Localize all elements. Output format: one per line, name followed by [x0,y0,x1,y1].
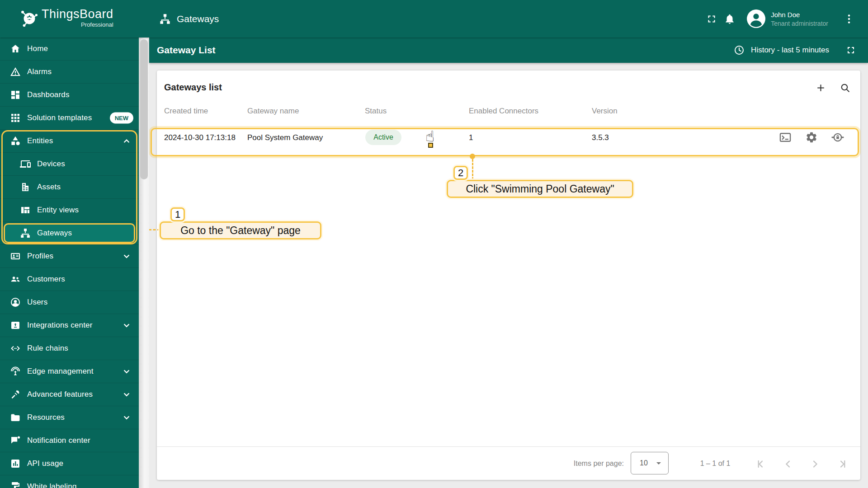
sidebar-item-rule-chains[interactable]: Rule chains [0,337,139,360]
sidebar-item-gateways[interactable]: Gateways [0,222,139,245]
resources-icon [10,412,21,423]
thingsboard-logo-icon [19,7,40,30]
sidebar-item-label: Devices [37,160,65,169]
sidebar-item-notification-center[interactable]: Notification center [0,429,139,452]
more-menu-button[interactable] [840,10,858,28]
dashboard-fullscreen-button[interactable] [845,45,856,56]
sidebar-item-resources[interactable]: Resources [0,406,139,429]
first-page-icon [755,458,767,470]
sidebar-item-api-usage[interactable]: API usage [0,452,139,475]
avatar-person-icon [747,9,765,28]
chevron-down-icon [121,366,132,377]
items-per-page-label: Items per page: [555,460,624,468]
step1-number-badge: 1 [170,207,185,221]
history-clock-icon [734,45,745,56]
devices-icon [20,159,31,169]
dashboards-icon [10,89,21,100]
sidebar-item-integrations-center[interactable]: Integrations center [0,314,139,337]
sidebar-item-label: Users [27,298,47,307]
white-labeling-icon [10,481,21,488]
sidebar-item-label: Alarms [27,67,52,76]
terminal-icon [779,131,792,144]
page-title-text: Gateways [177,14,219,24]
chevron-down-icon [121,412,132,423]
history-range-button[interactable]: History - last 5 minutes [751,46,829,55]
chevron-down-icon [121,320,132,331]
cell-created-time[interactable]: 2024-10-30 17:13:18 [164,123,236,152]
gateway-settings-button[interactable] [805,131,818,144]
sidebar-item-label: Resources [27,413,65,422]
sidebar-item-solution-templates[interactable]: Solution templatesNEW [0,107,139,130]
sidebar-item-advanced-features[interactable]: Advanced features [0,383,139,406]
sidebar-item-users[interactable]: Users [0,291,139,314]
col-gateway-name[interactable]: Gateway name [247,107,299,116]
sidebar-item-home[interactable]: Home [0,38,139,61]
remote-shell-button[interactable] [779,131,792,144]
page-size-select[interactable]: 10 [631,452,669,474]
step2-label: Click "Swimming Pool Gateway" [447,180,633,198]
security-lock-icon [831,131,844,144]
user-avatar[interactable] [747,9,765,28]
search-button[interactable] [836,79,854,97]
sidebar-item-label: Advanced features [27,390,93,399]
sidebar-item-alarms[interactable]: Alarms [0,61,139,84]
notification-center-icon [10,435,21,446]
chevron-right-icon [809,458,821,470]
sidebar-item-devices[interactable]: Devices [0,153,139,176]
col-status[interactable]: Status [365,107,387,116]
api-usage-icon [10,458,21,469]
bell-icon [724,13,736,25]
col-version[interactable]: Version [592,107,618,116]
step2-connector-dot [470,154,475,159]
sidebar-item-entity-views[interactable]: Entity views [0,199,139,222]
sidebar-item-customers[interactable]: Customers [0,268,139,291]
gateways-card: Gateways list Created time Gateway name … [157,70,860,480]
step1-label: Go to the "Gateway" page [160,221,321,239]
card-title: Gateways list [164,82,222,93]
page-title: Gateways [159,0,219,38]
sidebar-item-label: API usage [27,459,63,468]
cell-gateway-name[interactable]: Pool System Gateway [247,123,323,152]
entities-group: EntitiesDevicesAssetsEntity viewsGateway… [0,130,139,245]
brand-name: ThingsBoard [42,7,113,21]
brand-tier: Professional [42,21,113,28]
sidebar-scrollbar[interactable] [139,38,149,488]
next-page-button[interactable] [809,458,821,470]
page-range-label: 1 – 1 of 1 [690,460,740,468]
sidebar-item-label: Entity views [37,206,79,215]
cell-version[interactable]: 3.5.3 [592,123,609,152]
step2-number-badge: 2 [453,166,468,180]
fullscreen-button[interactable] [703,10,721,28]
last-page-button[interactable] [836,458,849,470]
plus-icon [815,82,826,94]
advanced-features-icon [10,389,21,400]
col-created-time[interactable]: Created time [164,107,208,116]
sidebar-item-label: Customers [27,275,65,284]
sub-header: Gateway List History - last 5 minutes [149,38,868,63]
user-info[interactable]: John Doe Tenant administrator [771,11,828,27]
user-name: John Doe [771,11,828,19]
status-badge: Active [365,130,401,145]
security-credentials-button[interactable] [831,131,844,144]
thingsboard-logo[interactable]: ThingsBoard Professional [19,7,113,30]
sidebar-item-entities[interactable]: Entities [0,130,139,153]
sidebar-item-label: Edge management [27,367,94,376]
sidebar-item-label: Home [27,44,48,53]
notifications-button[interactable] [721,10,739,28]
footer-divider [157,446,860,447]
sidebar-item-label: Entities [27,136,53,145]
cell-enabled-connectors[interactable]: 1 [469,123,473,152]
sidebar-item-label: Profiles [27,252,53,261]
col-enabled-connectors[interactable]: Enabled Connectors [469,107,538,116]
more-vert-icon [843,13,855,25]
sidebar-item-profiles[interactable]: Profiles [0,245,139,268]
sidebar-item-dashboards[interactable]: Dashboards [0,84,139,107]
scrollbar-thumb[interactable] [140,39,148,179]
sidebar-item-label: Dashboards [27,90,70,99]
add-gateway-button[interactable] [811,79,830,97]
sidebar-item-edge-management[interactable]: Edge management [0,360,139,383]
prev-page-button[interactable] [782,458,794,470]
sidebar-item-assets[interactable]: Assets [0,176,139,199]
sidebar-item-white-labeling[interactable]: White labeling [0,475,139,488]
first-page-button[interactable] [755,458,767,470]
